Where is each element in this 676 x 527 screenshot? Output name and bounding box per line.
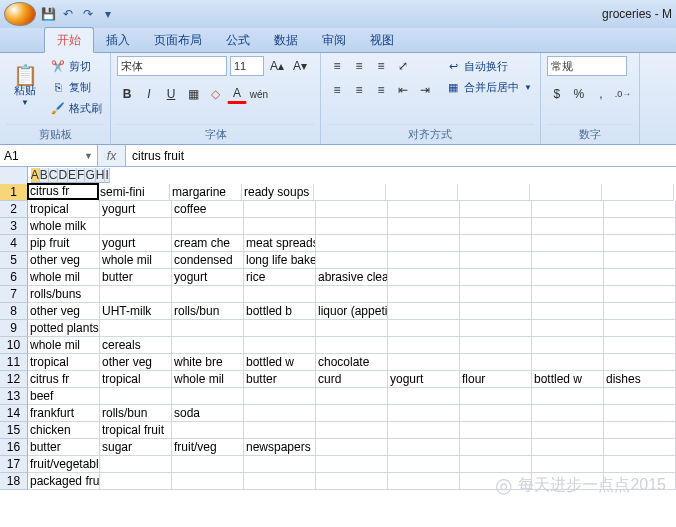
cell[interactable]: bottled w <box>532 371 604 388</box>
save-icon[interactable]: 💾 <box>40 6 56 22</box>
row-header[interactable]: 18 <box>0 473 28 490</box>
cell[interactable]: yogurt <box>172 269 244 286</box>
format-painter-button[interactable]: 🖌️格式刷 <box>48 98 104 118</box>
select-all-corner[interactable] <box>0 167 28 185</box>
cell[interactable]: tropical <box>28 201 100 218</box>
cell[interactable] <box>172 218 244 235</box>
row-header[interactable]: 9 <box>0 320 28 337</box>
cell[interactable] <box>316 405 388 422</box>
row-header[interactable]: 10 <box>0 337 28 354</box>
tab-page-layout[interactable]: 页面布局 <box>142 28 214 52</box>
align-right-button[interactable]: ≡ <box>371 80 391 100</box>
cell[interactable] <box>532 388 604 405</box>
cell[interactable] <box>530 184 602 201</box>
cell[interactable]: citrus fr <box>28 371 100 388</box>
cell[interactable] <box>460 303 532 320</box>
row-header[interactable]: 5 <box>0 252 28 269</box>
row-header[interactable]: 17 <box>0 456 28 473</box>
cell[interactable] <box>244 218 316 235</box>
cell[interactable]: condensed <box>172 252 244 269</box>
font-size-combo[interactable] <box>230 56 264 76</box>
cell[interactable] <box>460 201 532 218</box>
cut-button[interactable]: ✂️剪切 <box>48 56 104 76</box>
row-header[interactable]: 6 <box>0 269 28 286</box>
cell[interactable] <box>604 422 676 439</box>
cell[interactable] <box>244 320 316 337</box>
cell[interactable] <box>388 422 460 439</box>
cell[interactable] <box>100 286 172 303</box>
column-header[interactable]: A <box>31 168 40 183</box>
cell[interactable] <box>532 235 604 252</box>
cell[interactable]: bottled w <box>244 354 316 371</box>
italic-button[interactable]: I <box>139 84 159 104</box>
cell[interactable]: abrasive cleaner <box>316 269 388 286</box>
cell[interactable]: UHT-milk <box>100 303 172 320</box>
font-name-combo[interactable] <box>117 56 227 76</box>
cell[interactable] <box>244 388 316 405</box>
cell[interactable]: packaged fruit/vegetables <box>28 473 100 490</box>
cell[interactable]: bottled b <box>244 303 316 320</box>
cell[interactable] <box>388 235 460 252</box>
increase-indent-button[interactable]: ⇥ <box>415 80 435 100</box>
tab-home[interactable]: 开始 <box>44 27 94 53</box>
cell[interactable] <box>532 320 604 337</box>
cell[interactable] <box>172 456 244 473</box>
cell[interactable] <box>460 252 532 269</box>
cell[interactable]: pip fruit <box>28 235 100 252</box>
cell[interactable] <box>532 354 604 371</box>
cell[interactable] <box>388 286 460 303</box>
tab-view[interactable]: 视图 <box>358 28 406 52</box>
cell[interactable] <box>316 439 388 456</box>
cell[interactable] <box>460 439 532 456</box>
cell[interactable]: yogurt <box>100 235 172 252</box>
row-header[interactable]: 2 <box>0 201 28 218</box>
cell[interactable] <box>316 337 388 354</box>
cell[interactable]: fruit/vegetable juice <box>28 456 100 473</box>
cell[interactable]: semi-fini <box>98 184 170 201</box>
cell[interactable] <box>532 456 604 473</box>
cell[interactable] <box>460 388 532 405</box>
cell[interactable] <box>244 337 316 354</box>
column-header[interactable]: G <box>85 168 95 183</box>
orientation-button[interactable]: ⤢ <box>393 56 413 76</box>
redo-icon[interactable]: ↷ <box>80 6 96 22</box>
row-header[interactable]: 12 <box>0 371 28 388</box>
cell[interactable]: white bre <box>172 354 244 371</box>
cell[interactable] <box>244 422 316 439</box>
comma-button[interactable]: , <box>591 84 611 104</box>
tab-review[interactable]: 审阅 <box>310 28 358 52</box>
merge-center-button[interactable]: ▦合并后居中▼ <box>443 77 534 97</box>
cell[interactable] <box>460 405 532 422</box>
cell[interactable] <box>532 405 604 422</box>
cell[interactable]: ready soups <box>242 184 314 201</box>
wrap-text-button[interactable]: ↩自动换行 <box>443 56 534 76</box>
cell[interactable] <box>172 320 244 337</box>
cell[interactable] <box>244 286 316 303</box>
row-header[interactable]: 7 <box>0 286 28 303</box>
undo-icon[interactable]: ↶ <box>60 6 76 22</box>
column-header[interactable]: H <box>96 168 106 183</box>
cell[interactable] <box>532 269 604 286</box>
cell[interactable]: meat spreads <box>244 235 316 252</box>
align-top-button[interactable]: ≡ <box>327 56 347 76</box>
row-header[interactable]: 8 <box>0 303 28 320</box>
cell[interactable] <box>316 473 388 490</box>
row-header[interactable]: 13 <box>0 388 28 405</box>
decrease-font-icon[interactable]: A▾ <box>290 56 310 76</box>
cell[interactable] <box>172 286 244 303</box>
cell[interactable]: flour <box>460 371 532 388</box>
cell[interactable]: citrus fr <box>27 183 99 200</box>
bold-button[interactable]: B <box>117 84 137 104</box>
increase-font-icon[interactable]: A▴ <box>267 56 287 76</box>
cell[interactable] <box>532 218 604 235</box>
cell[interactable]: chicken <box>28 422 100 439</box>
column-header[interactable]: B <box>40 168 49 183</box>
cell[interactable] <box>316 456 388 473</box>
cell[interactable]: butter <box>244 371 316 388</box>
cell[interactable] <box>316 252 388 269</box>
cell[interactable] <box>532 439 604 456</box>
cell[interactable] <box>172 388 244 405</box>
fx-label[interactable]: fx <box>98 145 126 166</box>
cell[interactable] <box>172 337 244 354</box>
office-button[interactable] <box>4 2 36 26</box>
